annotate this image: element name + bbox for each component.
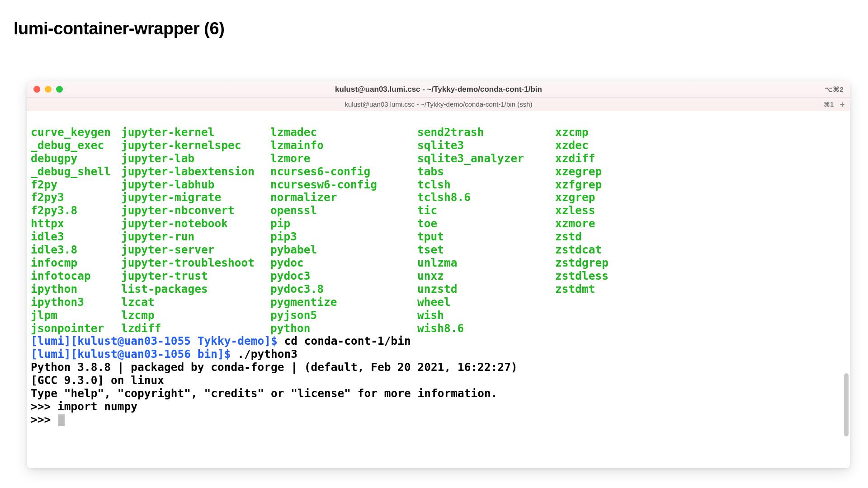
scrollbar-thumb[interactable] [844,373,849,436]
tab-title[interactable]: kulust@uan03.lumi.csc - ~/Tykky-demo/con… [27,100,850,108]
file-column: lzmadec lzmainfo lzmore ncurses6-config … [270,126,417,335]
file-column: jupyter-kernel jupyter-kernelspec jupyte… [121,126,270,335]
python-banner-line: Python 3.8.8 | packaged by conda-forge |… [31,361,846,374]
file-column: xzcmp xzdec xzdiff xzegrep xzfgrep xzgre… [555,126,646,335]
terminal-content[interactable]: curve_keygen _debug_exec debugpy _debug_… [27,111,850,468]
close-icon[interactable] [33,86,40,93]
python-banner-line: Type "help", "copyright", "credits" or "… [31,387,846,400]
window-title: kulust@uan03.lumi.csc - ~/Tykky-demo/con… [27,85,850,94]
file-column: send2trash sqlite3 sqlite3_analyzer tabs… [417,126,555,335]
file-column: curve_keygen _debug_exec debugpy _debug_… [31,126,121,335]
shell-prompt-line: [lumi][kulust@uan03-1056 bin]$ ./python3 [31,348,846,361]
zoom-icon[interactable] [56,86,63,93]
window-titlebar[interactable]: kulust@uan03.lumi.csc - ~/Tykky-demo/con… [27,81,850,98]
tab-bar: kulust@uan03.lumi.csc - ~/Tykky-demo/con… [27,98,850,111]
terminal-window: kulust@uan03.lumi.csc - ~/Tykky-demo/con… [27,81,850,468]
slide-title: lumi-container-wrapper (6) [0,0,868,38]
minimize-icon[interactable] [45,86,52,93]
file-listing: curve_keygen _debug_exec debugpy _debug_… [31,126,846,335]
cursor-icon [58,414,65,426]
python-repl-line[interactable]: >>> [31,413,846,427]
python-repl-line: >>> import numpy [31,400,846,413]
shell-prompt-line: [lumi][kulust@uan03-1055 Tykky-demo]$ cd… [31,335,846,348]
window-shortcut-label: ⌥⌘2 [825,85,844,94]
python-banner-line: [GCC 9.3.0] on linux [31,374,846,387]
traffic-lights [33,86,63,93]
